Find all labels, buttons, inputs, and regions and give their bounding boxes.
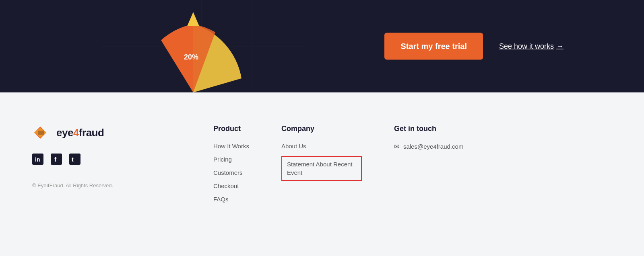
see-how-link[interactable]: See how it works →: [499, 42, 564, 51]
see-how-text: See how it works: [499, 42, 554, 51]
footer-content: eye4fraud in f t ©: [32, 125, 612, 203]
svg-marker-6: [187, 12, 199, 26]
linkedin-icon[interactable]: in: [32, 154, 43, 165]
arrow-icon: →: [556, 42, 564, 51]
footer-columns: Product How It Works Pricing Customers C…: [213, 125, 463, 203]
email-row: ✉ sales@eye4fraud.com: [394, 143, 463, 150]
hero-section: 20% Start my free trial See how it works…: [0, 0, 644, 92]
contact-column: Get in touch ✉ sales@eye4fraud.com: [394, 125, 463, 203]
logo-four: 4: [73, 127, 79, 139]
footer-brand: eye4fraud in f t ©: [32, 125, 173, 188]
logo-eye: eye: [56, 127, 73, 139]
company-column: Company About Us Statement About Recent …: [281, 125, 362, 203]
svg-text:f: f: [54, 156, 57, 163]
svg-text:20%: 20%: [184, 53, 198, 61]
logo-text: eye4fraud: [56, 127, 104, 139]
pie-chart: 20%: [129, 0, 258, 92]
svg-text:in: in: [35, 156, 40, 163]
how-it-works-link[interactable]: How It Works: [213, 143, 249, 150]
svg-text:t: t: [72, 156, 74, 163]
contact-column-title: Get in touch: [394, 125, 463, 133]
product-column: Product How It Works Pricing Customers C…: [213, 125, 249, 203]
chart-area: 20%: [109, 0, 278, 92]
svg-marker-10: [38, 131, 44, 135]
facebook-icon[interactable]: f: [51, 154, 62, 165]
logo: eye4fraud: [32, 125, 173, 141]
company-column-title: Company: [281, 125, 362, 133]
statement-link[interactable]: Statement About Recent Event: [281, 156, 362, 181]
social-icons: in f t: [32, 154, 173, 165]
twitter-icon[interactable]: t: [69, 154, 80, 165]
logo-fraud: fraud: [79, 127, 104, 139]
pricing-link[interactable]: Pricing: [213, 156, 249, 163]
footer-section: eye4fraud in f t ©: [0, 92, 644, 256]
about-us-link[interactable]: About Us: [281, 143, 362, 150]
copyright-text: © Eye4Fraud. All Rights Reserved.: [32, 182, 173, 188]
email-link[interactable]: sales@eye4fraud.com: [403, 143, 463, 150]
product-column-title: Product: [213, 125, 249, 133]
cta-area: Start my free trial See how it works →: [384, 33, 564, 60]
logo-icon: [32, 125, 52, 141]
faqs-link[interactable]: FAQs: [213, 196, 249, 203]
free-trial-button[interactable]: Start my free trial: [384, 33, 483, 60]
svg-rect-15: [69, 154, 80, 165]
customers-link[interactable]: Customers: [213, 169, 249, 176]
email-icon: ✉: [394, 143, 399, 150]
checkout-link[interactable]: Checkout: [213, 182, 249, 189]
